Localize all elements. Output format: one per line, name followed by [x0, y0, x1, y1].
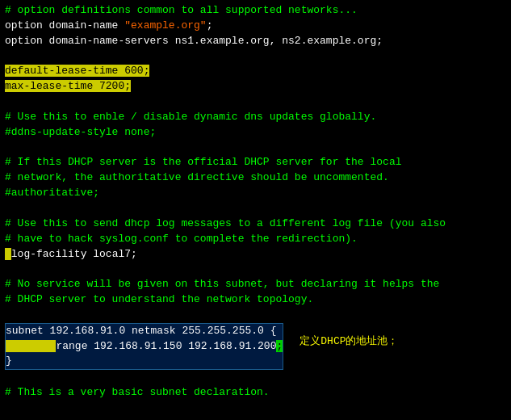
line-14	[5, 201, 506, 216]
line-13: #authoritative;	[5, 186, 506, 201]
line-17: log-facility local7;	[5, 247, 506, 262]
line-6: max-lease-time 7200;	[5, 79, 506, 94]
line-4	[5, 49, 506, 65]
line-20: # DHCP server to understand the network …	[5, 292, 506, 308]
line-9: #ddns-update-style none;	[5, 125, 506, 141]
line-15: # Use this to send dhcp log messages to …	[5, 216, 506, 232]
subnet-section: subnet 192.168.91.0 netmask 255.255.255.…	[5, 323, 506, 371]
line-16: # have to hack syslog.conf to complete t…	[5, 232, 506, 247]
line-11: # If this DHCP server is the official DH…	[5, 155, 506, 170]
line-10	[5, 141, 506, 156]
line-2: option domain-name "example.org";	[5, 19, 506, 34]
line-1: # option definitions common to all suppo…	[5, 3, 506, 19]
line-7	[5, 94, 506, 110]
line-last: # This is a very basic subnet declaratio…	[5, 385, 506, 401]
line-19: # No service will be given on this subne…	[5, 277, 506, 292]
subnet-range-line: range 192.168.91.150 192.168.91.200;	[6, 339, 283, 355]
subnet-annotation: 定义DHCP的地址池；	[299, 334, 398, 350]
line-12: # network, the authoritative directive s…	[5, 170, 506, 186]
line-3: option domain-name-servers ns1.example.o…	[5, 34, 506, 49]
subnet-end-line: }	[6, 354, 283, 369]
line-21	[5, 308, 506, 323]
line-5: default-lease-time 600;	[5, 64, 506, 79]
subnet-start-line: subnet 192.168.91.0 netmask 255.255.255.…	[6, 324, 283, 339]
code-editor: # option definitions common to all suppo…	[0, 0, 511, 420]
line-8: # Use this to enble / disable dynamic dn…	[5, 110, 506, 125]
subnet-box: subnet 192.168.91.0 netmask 255.255.255.…	[5, 323, 283, 371]
line-empty2	[5, 370, 506, 385]
line-18	[5, 262, 506, 277]
